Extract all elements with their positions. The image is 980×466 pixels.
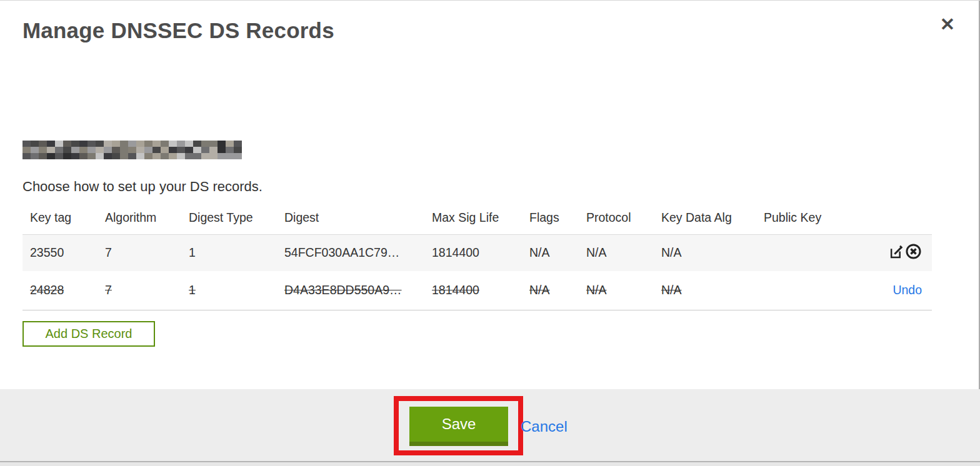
redacted-domain-name: [22, 141, 245, 159]
col-header-algorithm: Algorithm: [98, 206, 181, 234]
col-header-protocol: Protocol: [579, 206, 654, 234]
cell-digest: 54FCF030AA1C79…: [277, 234, 424, 271]
col-header-digest-type: Digest Type: [181, 206, 277, 234]
table-row: 23550 7 1 54FCF030AA1C79… 1814400 N/A N/…: [22, 234, 932, 271]
cell-digest: D4A33E8DD550A9…: [277, 271, 424, 310]
col-header-key-tag: Key tag: [22, 206, 98, 234]
cell-digest-type: 1: [181, 271, 277, 310]
col-header-flags: Flags: [522, 206, 579, 234]
cell-max-sig-life: 1814400: [424, 271, 522, 310]
close-icon[interactable]: ✕: [936, 13, 959, 36]
col-header-actions: [847, 206, 932, 234]
cancel-link[interactable]: Cancel: [521, 418, 568, 435]
cell-algorithm: 7: [98, 271, 181, 310]
cell-flags: N/A: [522, 234, 579, 271]
save-button[interactable]: Save: [409, 407, 508, 446]
edit-icon[interactable]: [889, 244, 904, 262]
cell-public-key: [756, 234, 847, 271]
add-ds-record-button[interactable]: Add DS Record: [22, 321, 155, 347]
page-title: Manage DNSSEC DS Records: [22, 18, 334, 43]
table-row-deleted: 24828 7 1 D4A33E8DD550A9… 1814400 N/A N/…: [22, 271, 932, 310]
cell-flags: N/A: [522, 271, 579, 310]
cell-key-tag: 24828: [22, 271, 98, 310]
cell-protocol: N/A: [579, 271, 654, 310]
table-header-row: Key tag Algorithm Digest Type Digest Max…: [22, 206, 932, 234]
cell-key-data-alg: N/A: [654, 234, 756, 271]
col-header-public-key: Public Key: [756, 206, 847, 234]
cell-digest-type: 1: [181, 234, 277, 271]
cell-max-sig-life: 1814400: [424, 234, 522, 271]
undo-link[interactable]: Undo: [892, 283, 922, 297]
delete-icon[interactable]: [905, 243, 922, 263]
ds-records-table: Key tag Algorithm Digest Type Digest Max…: [22, 206, 932, 310]
cell-key-data-alg: N/A: [654, 271, 756, 310]
cell-algorithm: 7: [98, 234, 181, 271]
col-header-max-sig-life: Max Sig Life: [424, 206, 522, 234]
cell-key-tag: 23550: [22, 234, 98, 271]
instruction-text: Choose how to set up your DS records.: [22, 179, 262, 195]
row-actions: [847, 234, 932, 271]
row-actions: Undo: [847, 271, 932, 310]
cell-protocol: N/A: [579, 234, 654, 271]
footer-edge: [0, 462, 980, 466]
cell-public-key: [756, 271, 847, 310]
col-header-digest: Digest: [277, 206, 424, 234]
col-header-key-data-alg: Key Data Alg: [654, 206, 756, 234]
modal-footer: Save Cancel: [0, 389, 980, 466]
